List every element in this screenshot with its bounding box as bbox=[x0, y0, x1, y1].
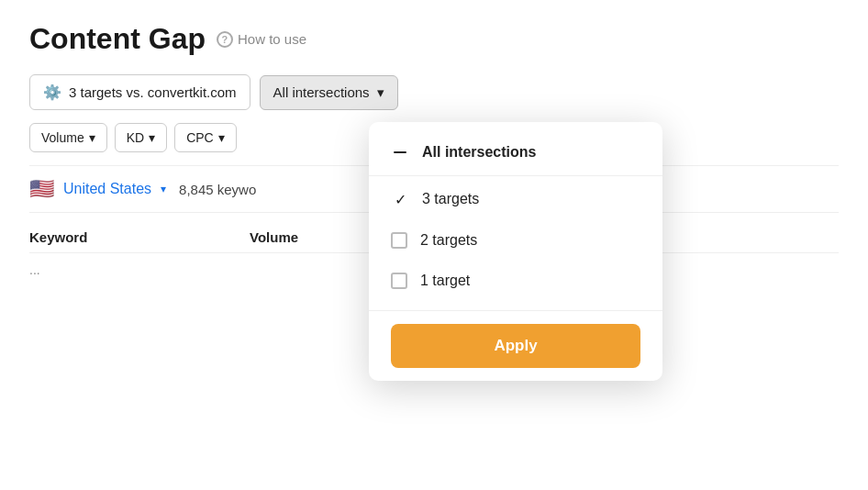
checkmark-icon: ✓ bbox=[391, 190, 409, 208]
filter-icon: ⚙️ bbox=[43, 84, 61, 101]
apply-button[interactable]: Apply bbox=[391, 324, 640, 368]
dash-indicator-icon bbox=[391, 143, 409, 161]
page-title: Content Gap bbox=[29, 22, 206, 56]
col-volume-header: Volume bbox=[250, 229, 298, 245]
option-1-target[interactable]: 1 target bbox=[369, 261, 662, 301]
dropdown-footer: Apply bbox=[369, 310, 662, 381]
volume-arrow-icon: ▾ bbox=[89, 130, 95, 145]
main-content: Content Gap ? How to use ⚙️ 3 targets vs… bbox=[0, 0, 868, 308]
cpc-arrow-icon: ▾ bbox=[218, 130, 225, 145]
option-1-target-label: 1 target bbox=[420, 273, 470, 289]
intersections-button[interactable]: All intersections ▾ bbox=[260, 75, 398, 110]
option-3-targets-label: 3 targets bbox=[422, 191, 479, 207]
option-3-targets[interactable]: ✓ 3 targets bbox=[369, 178, 662, 220]
option-all-intersections[interactable]: All intersections bbox=[369, 131, 662, 173]
keywords-count: 8,845 keywo bbox=[179, 182, 256, 197]
toolbar-row: ⚙️ 3 targets vs. convertkit.com All inte… bbox=[29, 74, 839, 110]
dropdown-options-list: All intersections ✓ 3 targets 2 targets … bbox=[369, 122, 662, 310]
row-placeholder: ... bbox=[29, 262, 40, 277]
country-name[interactable]: United States bbox=[63, 181, 151, 197]
cpc-filter[interactable]: CPC ▾ bbox=[174, 123, 237, 152]
how-to-use-label: How to use bbox=[238, 31, 306, 47]
option-2-targets-label: 2 targets bbox=[420, 232, 477, 249]
targets-button[interactable]: ⚙️ 3 targets vs. convertkit.com bbox=[29, 74, 250, 110]
kd-arrow-icon: ▾ bbox=[149, 130, 155, 145]
country-dropdown-arrow-icon[interactable]: ▾ bbox=[161, 183, 166, 195]
option-all-label: All intersections bbox=[422, 144, 536, 161]
how-to-use-link[interactable]: ? How to use bbox=[217, 31, 306, 48]
checkbox-empty-icon-2 bbox=[391, 273, 407, 289]
us-flag-icon: 🇺🇸 bbox=[29, 177, 54, 201]
targets-label: 3 targets vs. convertkit.com bbox=[69, 84, 237, 100]
volume-label: Volume bbox=[41, 130, 84, 145]
dropdown-divider bbox=[369, 175, 662, 176]
col-keyword-header: Keyword bbox=[29, 229, 213, 245]
kd-label: KD bbox=[127, 130, 144, 145]
page-header: Content Gap ? How to use bbox=[29, 22, 839, 56]
cpc-label: CPC bbox=[186, 130, 214, 145]
option-2-targets[interactable]: 2 targets bbox=[369, 220, 662, 261]
dropdown-arrow-icon: ▾ bbox=[377, 84, 384, 101]
intersections-label: All intersections bbox=[273, 84, 370, 100]
intersections-dropdown: All intersections ✓ 3 targets 2 targets … bbox=[369, 122, 662, 381]
checkbox-empty-icon bbox=[391, 232, 407, 249]
kd-filter[interactable]: KD ▾ bbox=[115, 123, 167, 152]
help-icon: ? bbox=[217, 31, 233, 48]
volume-filter[interactable]: Volume ▾ bbox=[29, 123, 107, 152]
